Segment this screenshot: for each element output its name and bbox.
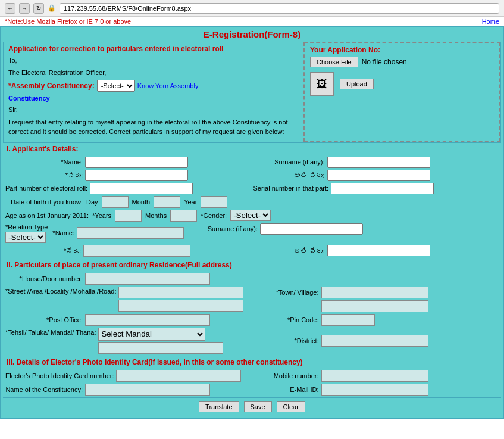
surname-label: Surname (if any):: [253, 158, 325, 166]
top-bar: *Note:Use Mozila Firefox or IE 7.0 or ab…: [0, 17, 504, 26]
town-col: *Town/ Village:: [253, 287, 499, 312]
assembly-select[interactable]: -Select-: [97, 80, 135, 92]
forward-button[interactable]: →: [19, 3, 30, 14]
tehsil-label: *Tehsil/ Taluka/ Mandal/ Thana:: [5, 328, 96, 336]
refresh-button[interactable]: ↻: [33, 3, 44, 14]
back-button[interactable]: ←: [5, 3, 15, 14]
epid-label: Elector's Photo Identity Card number:: [5, 372, 114, 379]
know-assembly-link[interactable]: Know Your Assembly: [137, 82, 199, 89]
tehsil-col: *Tehsil/ Taluka/ Mandal/ Thana: Select M…: [5, 328, 251, 354]
surname2-col: Surname (if any):: [186, 223, 499, 235]
telugu-name-col: *పేరు:: [5, 170, 251, 181]
serial-number-label: Serial number in that part:: [253, 185, 329, 192]
town-label: *Town/ Village:: [253, 289, 319, 296]
part-number-label: Part number of electoral roll:: [5, 185, 87, 192]
street-town-row: *Street /Area /Locality /Mohalla /Road: …: [5, 287, 499, 312]
sir-text: Sir,: [8, 105, 298, 115]
to-text: To,: [8, 55, 298, 66]
telugu-surname2-col: అంటి పేరు:: [253, 245, 499, 257]
email-input[interactable]: [321, 384, 428, 396]
post-pin-row: *Post Office: *Pin Code:: [5, 314, 499, 326]
pin-col: *Pin Code:: [253, 314, 499, 326]
translate-button[interactable]: Translate: [199, 401, 239, 412]
serial-number-input[interactable]: [331, 183, 434, 194]
header-section: Application for correction to particular…: [3, 42, 501, 142]
town-input1[interactable]: [321, 287, 428, 298]
telugu-surname-col: అంటి పేరు:: [253, 170, 499, 181]
post-input[interactable]: [85, 314, 210, 326]
dob-row: Date of birth if you know: Day Month Yea…: [5, 196, 499, 208]
image-placeholder: 🖼: [310, 72, 334, 96]
age-label: Age as on 1st January 2011:: [5, 212, 89, 219]
body-text: I request that entry relating to myself …: [8, 117, 298, 137]
name-input[interactable]: [85, 157, 188, 168]
surname2-input[interactable]: [260, 223, 363, 235]
district-label: *District:: [253, 337, 319, 344]
name2-input[interactable]: [77, 227, 184, 239]
part-number-col: Part number of electoral roll:: [5, 183, 251, 194]
part-number-input[interactable]: [90, 183, 193, 194]
gender-select[interactable]: -Select-: [230, 210, 271, 221]
telugu-name-label: *పేరు:: [5, 172, 83, 179]
part-number-row: Part number of electoral roll: Serial nu…: [5, 183, 499, 194]
telugu-name2-label: *పేరు:: [64, 247, 81, 254]
mobile-label: Mobile number:: [253, 372, 319, 379]
town-input2[interactable]: [321, 300, 428, 312]
age-row: Age as on 1st January 2011: *Years Month…: [5, 210, 499, 222]
file-row: Choose File No file chosen: [310, 57, 494, 67]
main-container: E-Registration(Form-8) Application for c…: [0, 26, 504, 419]
year-label: Year: [184, 198, 197, 206]
telugu-surname2-label: అంటి పేరు:: [253, 247, 325, 254]
years-label: *Years: [92, 212, 111, 219]
age-months-input[interactable]: [170, 210, 197, 222]
form-title: E-Registration(Form-8): [3, 29, 501, 39]
constituency-link[interactable]: Constituency: [8, 95, 50, 102]
months-label: Months: [145, 212, 167, 219]
constituency-name-col: Name of the Constituency:: [5, 384, 251, 396]
mobile-input[interactable]: [321, 370, 428, 382]
telugu-name2-input[interactable]: [83, 245, 190, 257]
no-file-text: No file chosen: [362, 58, 407, 66]
officer-text: The Electoral Registration Officer,: [8, 68, 298, 78]
dob-day-input[interactable]: [102, 196, 129, 208]
tehsil-input[interactable]: [98, 342, 223, 354]
application-title: Application for correction to particular…: [8, 45, 298, 53]
mandal-select[interactable]: Select Mandal: [98, 328, 205, 341]
footer-row: Translate Save Clear: [3, 397, 501, 416]
name-col: *Name:: [5, 157, 251, 168]
email-col: E-Mail ID:: [253, 384, 499, 396]
telugu-name-input[interactable]: [85, 170, 188, 181]
house-input[interactable]: [85, 273, 210, 285]
district-col: *District:: [253, 328, 499, 354]
address-bar[interactable]: [60, 3, 499, 14]
month-label: Month: [132, 198, 151, 206]
pin-input[interactable]: [321, 314, 375, 326]
section1-header: I. Applicant's Details:: [3, 142, 501, 155]
telugu-surname2-input[interactable]: [327, 245, 430, 256]
constituency-name-label: Name of the Constituency:: [5, 386, 83, 393]
assembly-label: *Assembly Constituency:: [8, 82, 95, 90]
dob-month-input[interactable]: [154, 196, 180, 208]
street-label: *Street /Area /Locality /Mohalla /Road:: [5, 287, 116, 295]
street-input1[interactable]: [118, 287, 243, 298]
save-button[interactable]: Save: [244, 401, 272, 412]
mobile-col: Mobile number:: [253, 370, 499, 382]
district-input[interactable]: [321, 335, 428, 347]
street-input2[interactable]: [118, 300, 243, 312]
dob-year-input[interactable]: [201, 196, 227, 208]
age-years-input[interactable]: [115, 210, 142, 222]
telugu-surname-input[interactable]: [327, 170, 430, 181]
telugu-surname-label: అంటి పేరు:: [253, 172, 325, 179]
section3-header: III. Details of Elector's Photo Identity…: [3, 356, 501, 368]
relation-type-select[interactable]: -Select-: [5, 232, 46, 243]
surname-input[interactable]: [327, 157, 430, 168]
clear-button[interactable]: Clear: [277, 401, 305, 412]
epid-input[interactable]: [116, 370, 241, 382]
surname2-label: Surname (if any):: [186, 225, 258, 232]
post-label: *Post Office:: [5, 316, 83, 323]
upload-button[interactable]: Upload: [340, 79, 374, 89]
home-link[interactable]: Home: [482, 18, 499, 25]
choose-file-button[interactable]: Choose File: [310, 57, 358, 67]
constituency-email-row: Name of the Constituency: E-Mail ID:: [5, 384, 499, 396]
constituency-name-input[interactable]: [85, 384, 210, 396]
